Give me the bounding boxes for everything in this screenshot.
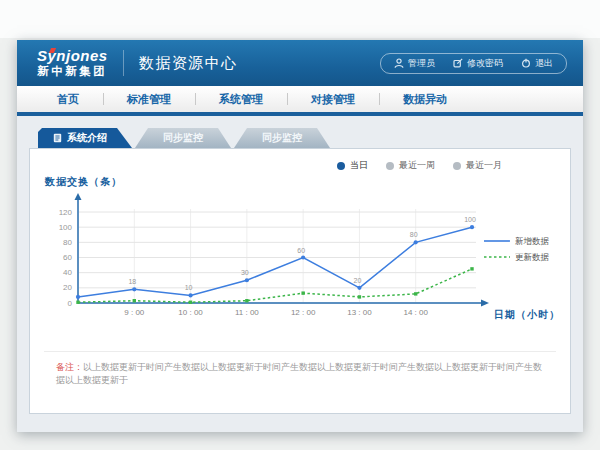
svg-text:0: 0 (68, 299, 73, 308)
logout-label: 退出 (535, 57, 553, 70)
tab-active[interactable]: 系统介绍 (38, 128, 132, 148)
tab-bar: 系统介绍同步监控同步监控 (38, 128, 571, 148)
brand-logo: Synjones 新中新集团 (37, 48, 108, 77)
svg-text:10: 10 (185, 284, 193, 291)
tab-label: 同步监控 (163, 131, 203, 145)
svg-text:日期（小时）: 日期（小时） (494, 309, 560, 320)
svg-text:18: 18 (128, 278, 136, 285)
nav-item[interactable]: 对接管理 (287, 92, 379, 107)
radio-dot (386, 162, 394, 170)
tab-label: 系统介绍 (67, 131, 107, 145)
logout-button[interactable]: 退出 (512, 57, 562, 70)
nav-item[interactable]: 系统管理 (195, 92, 287, 107)
radio-dot (453, 162, 461, 170)
page-title: 数据资源中心 (139, 54, 238, 73)
view-option-radio[interactable]: 当日 (337, 159, 368, 172)
svg-text:12 : 00: 12 : 00 (291, 308, 316, 317)
header-actions: 管理员 修改密码 退出 (380, 53, 567, 74)
svg-text:40: 40 (63, 268, 72, 277)
svg-text:60: 60 (63, 253, 72, 262)
radio-label: 当日 (350, 159, 368, 172)
view-option-radio[interactable]: 最近一月 (453, 159, 502, 172)
user-button-label: 管理员 (408, 57, 435, 70)
svg-text:60: 60 (297, 247, 305, 254)
app-window: Synjones 新中新集团 数据资源中心 管理员 修改密码 (17, 40, 583, 432)
svg-text:100: 100 (59, 223, 73, 232)
radio-dot (337, 162, 345, 170)
svg-text:100: 100 (464, 216, 476, 223)
tab-label: 同步监控 (262, 131, 302, 145)
page-top-strip (0, 0, 600, 38)
svg-text:80: 80 (410, 231, 418, 238)
tab[interactable]: 同步监控 (135, 128, 231, 148)
content-area: 系统介绍同步监控同步监控 当日最近一周最近一月 数据交换（条） 02040608… (17, 116, 583, 432)
view-option-group: 当日最近一周最近一月 (337, 159, 502, 172)
footnote-prefix: 备注： (56, 362, 83, 372)
tab[interactable]: 同步监控 (234, 128, 330, 148)
document-icon (53, 133, 62, 143)
main-nav: 首页标准管理系统管理对接管理数据异动 (17, 86, 583, 116)
exchange-line-chart: 0204060801001209 : 0010 : 0011 : 0012 : … (32, 191, 577, 341)
edit-icon (453, 58, 463, 68)
svg-text:20: 20 (63, 283, 72, 292)
svg-text:10 : 00: 10 : 00 (178, 308, 203, 317)
svg-text:14 : 00: 14 : 00 (403, 308, 428, 317)
svg-text:120: 120 (59, 208, 73, 217)
svg-text:30: 30 (241, 269, 249, 276)
radio-label: 最近一月 (466, 159, 502, 172)
user-button[interactable]: 管理员 (385, 57, 444, 70)
svg-text:80: 80 (63, 238, 72, 247)
svg-text:更新数据: 更新数据 (515, 252, 550, 262)
svg-text:新增数据: 新增数据 (515, 236, 550, 246)
power-icon (521, 58, 531, 68)
svg-text:20: 20 (354, 277, 362, 284)
change-password-label: 修改密码 (467, 57, 503, 70)
chart-panel: 当日最近一周最近一月 数据交换（条） 0204060801001209 : 00… (29, 148, 571, 414)
user-icon (394, 58, 404, 68)
app-header: Synjones 新中新集团 数据资源中心 管理员 修改密码 (17, 40, 583, 86)
radio-label: 最近一周 (399, 159, 435, 172)
footnote: 备注：以上数据更新于时间产生数据以上数据更新于时间产生数据以上数据更新于时间产生… (44, 351, 556, 387)
nav-item[interactable]: 首页 (33, 92, 103, 107)
footnote-text: 以上数据更新于时间产生数据以上数据更新于时间产生数据以上数据更新于时间产生数据以… (56, 362, 542, 385)
view-option-radio[interactable]: 最近一周 (386, 159, 435, 172)
y-axis-title: 数据交换（条） (45, 175, 570, 189)
brand-logo-en: Synjones (37, 48, 108, 65)
header-divider (123, 50, 124, 76)
nav-item[interactable]: 标准管理 (103, 92, 195, 107)
change-password-button[interactable]: 修改密码 (444, 57, 512, 70)
svg-text:13 : 00: 13 : 00 (347, 308, 372, 317)
brand-logo-cn: 新中新集团 (37, 65, 108, 78)
svg-text:9 : 00: 9 : 00 (124, 308, 145, 317)
nav-item[interactable]: 数据异动 (379, 92, 471, 107)
svg-text:11 : 00: 11 : 00 (235, 308, 259, 317)
